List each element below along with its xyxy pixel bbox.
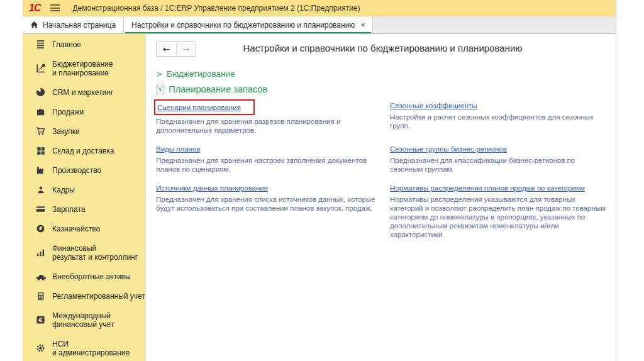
- tab-home-label: Начальная страница: [43, 21, 116, 30]
- crm-marketing-icon: [35, 87, 46, 97]
- non-current-assets-icon: [35, 272, 46, 282]
- section-inventory-planning[interactable]: ∨ Планирование запасов: [156, 84, 609, 94]
- main-content: ← → Настройки и справочники по бюджетиро…: [146, 34, 616, 361]
- catalog-item-planning-data-sources: Источники данных планирования Предназнач…: [156, 182, 382, 239]
- sidebar-item-label: Главное: [52, 40, 81, 49]
- main-menu-icon: [35, 40, 46, 49]
- catalog-item-planning-scenarios: Сценарии планирования Предназначен для х…: [156, 99, 382, 135]
- window-title: Демонстрационная база / 1С:ERP Управлени…: [72, 4, 360, 13]
- catalog-item-description: Нормативы распределения указываются для …: [390, 195, 609, 239]
- financial-result-icon: [35, 248, 46, 257]
- section-inventory-planning-label: Планирование запасов: [169, 84, 267, 94]
- sidebar-item-treasury[interactable]: ₽ Казначейство: [23, 219, 145, 238]
- tab-close-icon[interactable]: ×: [360, 21, 365, 30]
- svg-text:€: €: [38, 317, 42, 323]
- sidebar-item-label: Международный финансовый учет: [52, 311, 114, 329]
- history-nav-buttons: ← →: [156, 42, 196, 57]
- international-accounting-icon: €: [35, 315, 46, 325]
- svg-text:₽: ₽: [39, 226, 43, 231]
- hamburger-menu-icon[interactable]: [50, 4, 60, 11]
- catalog-item-seasonal-groups: Сезонные группы бизнес-регионов Предназн…: [390, 143, 609, 174]
- purchases-icon: [35, 126, 46, 136]
- sidebar-item-international-accounting[interactable]: € Международный финансовый учет: [23, 306, 145, 334]
- window-title-bar: 1С Демонстрационная база / 1С:ERP Управл…: [23, 0, 616, 16]
- sections-sidebar: Главное Бюджетирование и планирование CR…: [23, 34, 146, 361]
- sidebar-item-label: Казначейство: [52, 225, 100, 233]
- sidebar-item-budgeting-planning[interactable]: Бюджетирование и планирование: [23, 54, 145, 82]
- sidebar-item-non-current-assets[interactable]: Внеоборотные активы: [23, 267, 145, 286]
- links-grid: Сценарии планирования Предназначен для х…: [156, 99, 609, 247]
- sidebar-item-purchases[interactable]: Закупки: [23, 121, 145, 141]
- section-budgeting[interactable]: > Бюджетирование: [156, 69, 609, 79]
- sidebar-item-sales[interactable]: Продажи: [23, 102, 145, 121]
- catalog-item-description: Настройки и расчет сезонных коэффициенто…: [390, 113, 609, 130]
- sales-icon: [35, 107, 46, 116]
- forward-button[interactable]: →: [176, 42, 196, 56]
- regulated-accounting-icon: [35, 292, 46, 301]
- catalog-item-description: Предназначен для классификации бизнес-ре…: [390, 156, 609, 174]
- tab-bar-filler: [373, 16, 616, 33]
- sidebar-item-label: Кадры: [52, 186, 75, 194]
- sidebar-item-regulated-accounting[interactable]: Регламентированный учет: [23, 286, 145, 306]
- sidebar-item-label: Внеоборотные активы: [52, 272, 131, 281]
- sidebar-item-label: НСИ и администрирование: [52, 340, 130, 357]
- section-budgeting-label: Бюджетирование: [167, 69, 235, 79]
- sidebar-item-label: Бюджетирование и планирование: [52, 60, 113, 77]
- production-icon: [35, 165, 46, 175]
- sidebar-item-crm-marketing[interactable]: CRM и маркетинг: [23, 82, 145, 102]
- sidebar-item-main[interactable]: Главное: [23, 35, 145, 54]
- sidebar-item-label: Продажи: [52, 108, 84, 116]
- sidebar-item-production[interactable]: Производство: [23, 160, 145, 180]
- hr-icon: [35, 186, 46, 194]
- chevron-down-icon: ∨: [156, 85, 164, 94]
- catalog-item-description: Предназначен для хранения списка источни…: [156, 195, 382, 213]
- sidebar-item-nsi-administration[interactable]: НСИ и администрирование: [23, 334, 145, 361]
- tab-budgeting-settings-label: Настройки и справочники по бюджетировани…: [131, 21, 355, 30]
- catalog-item-seasonal-coefficients: Сезонные коэффициенты Настройки и расчет…: [390, 99, 609, 135]
- sidebar-item-label: Регламентированный учет: [52, 292, 145, 301]
- sidebar-item-label: Закупки: [52, 127, 80, 136]
- active-tab-underline: [125, 32, 371, 33]
- back-button[interactable]: ←: [157, 42, 176, 56]
- tab-home[interactable]: Начальная страница: [23, 16, 124, 33]
- sidebar-item-label: Зарплата: [52, 205, 86, 214]
- main-header: ← → Настройки и справочники по бюджетиро…: [156, 39, 609, 59]
- app-window: 1С Демонстрационная база / 1С:ERP Управл…: [23, 0, 616, 361]
- planning-data-sources-link[interactable]: Источники данных планирования: [156, 184, 268, 192]
- highlight-red-box: Сценарии планирования: [154, 99, 255, 115]
- page-title: Настройки и справочники по бюджетировани…: [156, 43, 609, 53]
- catalog-item-distribution-norms: Нормативы распределения планов продаж по…: [390, 182, 609, 239]
- tab-bar: Начальная страница Настройки и справочни…: [23, 16, 616, 34]
- treasury-icon: ₽: [35, 224, 46, 233]
- sidebar-item-label: Финансовый результат и контроллинг: [52, 244, 138, 262]
- home-icon: [30, 21, 38, 29]
- tab-budgeting-settings[interactable]: Настройки и справочники по бюджетировани…: [124, 16, 373, 33]
- salary-icon: [35, 204, 46, 214]
- sidebar-item-warehouse-delivery[interactable]: Склад и доставка: [23, 141, 145, 160]
- planning-scenarios-link[interactable]: Сценарии планирования: [157, 104, 241, 111]
- plan-types-link[interactable]: Виды планов: [156, 145, 200, 153]
- warehouse-delivery-icon: [35, 147, 46, 155]
- sidebar-item-label: Производство: [52, 166, 101, 175]
- sidebar-item-label: Склад и доставка: [52, 147, 114, 155]
- catalog-item-description: Предназначен для хранения настроек запол…: [156, 156, 382, 174]
- sidebar-item-hr[interactable]: Кадры: [23, 180, 145, 199]
- distribution-norms-link[interactable]: Нормативы распределения планов продаж по…: [390, 184, 585, 192]
- catalog-item-description: Предназначен для хранения разрезов плани…: [156, 117, 382, 135]
- 1c-logo: 1С: [29, 3, 40, 13]
- sidebar-item-label: CRM и маркетинг: [52, 88, 113, 97]
- sidebar-item-salary[interactable]: Зарплата: [23, 199, 145, 219]
- budgeting-planning-icon: [35, 64, 46, 74]
- nsi-administration-icon: [35, 343, 46, 353]
- catalog-item-plan-types: Виды планов Предназначен для хранения на…: [156, 143, 382, 174]
- seasonal-coefficients-link[interactable]: Сезонные коэффициенты: [390, 102, 477, 109]
- seasonal-groups-link[interactable]: Сезонные группы бизнес-регионов: [390, 145, 507, 153]
- sidebar-item-financial-result[interactable]: Финансовый результат и контроллинг: [23, 238, 145, 267]
- chevron-right-icon: >: [156, 70, 162, 78]
